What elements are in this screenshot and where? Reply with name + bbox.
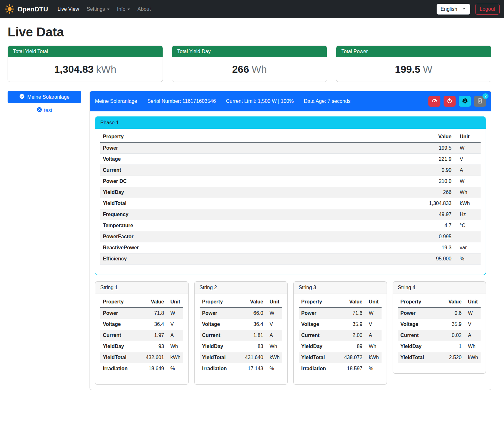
unit-cell: kWh bbox=[167, 352, 183, 363]
inverter-select-active-button[interactable]: Meine Solaranlage bbox=[8, 91, 81, 103]
table-row: PowerFactor0.995 bbox=[100, 231, 481, 242]
nav-links: Live View Settings Info About bbox=[54, 4, 155, 15]
table-header-row: Property Value Unit bbox=[398, 296, 481, 308]
table-header-row: Property Value Unit bbox=[100, 296, 183, 308]
unit-cell: °C bbox=[454, 220, 481, 231]
value-cell: 266 bbox=[312, 187, 454, 198]
string-body: Property Value Unit Power71.6WVoltage35.… bbox=[294, 294, 387, 384]
value-cell: 1.97 bbox=[138, 330, 167, 341]
value-cell: 199.5 bbox=[312, 142, 454, 154]
col-value: Value bbox=[312, 131, 454, 142]
value-cell: 71.8 bbox=[138, 308, 167, 319]
navbar-right: English Logout bbox=[437, 4, 500, 15]
unit-cell: kWh bbox=[454, 198, 481, 209]
nav-item-info[interactable]: Info bbox=[113, 4, 134, 15]
unit-cell: Hz bbox=[454, 209, 481, 220]
unit-cell: V bbox=[454, 154, 481, 165]
table-row: Temperature4.7°C bbox=[100, 220, 481, 231]
inverter-select-label: test bbox=[44, 108, 52, 113]
unit-cell: A bbox=[464, 330, 481, 341]
brand[interactable]: OpenDTU bbox=[4, 4, 48, 14]
property-cell: YieldTotal bbox=[100, 352, 138, 363]
nav-item-settings[interactable]: Settings bbox=[83, 4, 113, 15]
device-info-button[interactable] bbox=[459, 96, 471, 107]
table-row: Current2.00A bbox=[299, 330, 382, 341]
property-cell: Power bbox=[299, 308, 336, 319]
property-cell: Irradiation bbox=[200, 363, 237, 374]
string-3-table: Property Value Unit Power71.6WVoltage35.… bbox=[299, 296, 382, 374]
total-power-card: Total Power 199.5W bbox=[336, 46, 491, 82]
card-title: Total Yield Total bbox=[8, 46, 163, 57]
table-header-row: Property Value Unit bbox=[100, 131, 481, 142]
power-button[interactable] bbox=[444, 96, 456, 107]
value: 199.5 bbox=[395, 64, 420, 75]
unit-cell: A bbox=[365, 330, 382, 341]
inverter-select-test-button[interactable]: test bbox=[37, 107, 52, 114]
unit-cell: kWh bbox=[464, 352, 481, 363]
property-cell: Current bbox=[100, 330, 138, 341]
table-row: YieldTotal431.640kWh bbox=[200, 352, 283, 363]
property-cell: YieldDay bbox=[100, 187, 312, 198]
unit-cell: A bbox=[266, 330, 282, 341]
value: 266 bbox=[232, 64, 249, 75]
property-cell: YieldTotal bbox=[299, 352, 336, 363]
value-cell: 1,304.833 bbox=[312, 198, 454, 209]
col-property: Property bbox=[299, 296, 336, 308]
data-age: Data Age: 7 seconds bbox=[304, 98, 351, 104]
string-4-card: String 4 Property Value Unit bbox=[393, 281, 486, 374]
table-row: ReactivePower19.3var bbox=[100, 242, 481, 253]
event-log-button[interactable]: 2 bbox=[474, 96, 486, 107]
string-body: Property Value Unit Power71.8WVoltage36.… bbox=[95, 294, 188, 384]
event-log-badge: 2 bbox=[482, 93, 488, 99]
caret-down-icon bbox=[107, 9, 109, 10]
card-value: 199.5W bbox=[336, 57, 491, 82]
caret-down-icon bbox=[128, 9, 130, 10]
property-cell: Voltage bbox=[299, 319, 336, 330]
table-row: Irradiation18.597% bbox=[299, 363, 382, 374]
unit-cell: % bbox=[167, 363, 183, 374]
value-cell: 0.90 bbox=[312, 165, 454, 176]
limit-settings-button[interactable] bbox=[428, 96, 440, 107]
property-cell: Voltage bbox=[200, 319, 237, 330]
value-cell: 438.072 bbox=[336, 352, 365, 363]
value-cell: 95.000 bbox=[312, 253, 454, 265]
unit-cell: Wh bbox=[464, 341, 481, 352]
navbar: OpenDTU Live View Settings Info About En… bbox=[0, 0, 504, 18]
check-circle-icon bbox=[19, 94, 25, 100]
string-body: Property Value Unit Power0.6WVoltage35.9… bbox=[393, 294, 486, 373]
col-property: Property bbox=[398, 296, 435, 308]
property-cell: Irradiation bbox=[100, 363, 138, 374]
table-header-row: Property Value Unit bbox=[299, 296, 382, 308]
unit-cell: W bbox=[454, 142, 481, 154]
language-select[interactable]: English bbox=[437, 4, 470, 15]
table-row: Current0.90A bbox=[100, 165, 481, 176]
string-2-card: String 2 Property Value Unit bbox=[194, 281, 288, 385]
table-row: Voltage35.9V bbox=[299, 319, 382, 330]
page: Live Data Total Yield Total 1,304.83kWh … bbox=[0, 25, 504, 398]
strings-row: String 1 Property Value Unit bbox=[95, 281, 486, 385]
col-value: Value bbox=[435, 296, 464, 308]
inverter-actions: 2 bbox=[428, 96, 486, 107]
property-cell: Power bbox=[398, 308, 435, 319]
col-value: Value bbox=[336, 296, 365, 308]
brand-label: OpenDTU bbox=[17, 5, 48, 13]
property-cell: Voltage bbox=[100, 154, 312, 165]
value-cell: 19.3 bbox=[312, 242, 454, 253]
nav-item-about[interactable]: About bbox=[134, 4, 155, 15]
col-unit: Unit bbox=[266, 296, 282, 308]
property-cell: Power bbox=[100, 308, 138, 319]
unit-cell: Wh bbox=[454, 187, 481, 198]
phase-card: Phase 1 Property Value Unit Power199.5WV… bbox=[95, 116, 486, 275]
logout-button[interactable]: Logout bbox=[475, 4, 500, 15]
nav-item-live-view[interactable]: Live View bbox=[54, 4, 83, 15]
card-value: 1,304.83kWh bbox=[8, 57, 163, 82]
string-2-table-body: Power66.0WVoltage36.4VCurrent1.81AYieldD… bbox=[200, 308, 283, 374]
unit-cell: Wh bbox=[266, 341, 282, 352]
inverter-list: Meine Solaranlage test bbox=[8, 91, 81, 114]
col-property: Property bbox=[100, 296, 138, 308]
cpu-icon bbox=[462, 98, 468, 105]
value-cell: 2.520 bbox=[435, 352, 464, 363]
card-title: Total Power bbox=[336, 46, 491, 57]
unit-cell: Wh bbox=[365, 341, 382, 352]
unit: Wh bbox=[252, 64, 267, 75]
